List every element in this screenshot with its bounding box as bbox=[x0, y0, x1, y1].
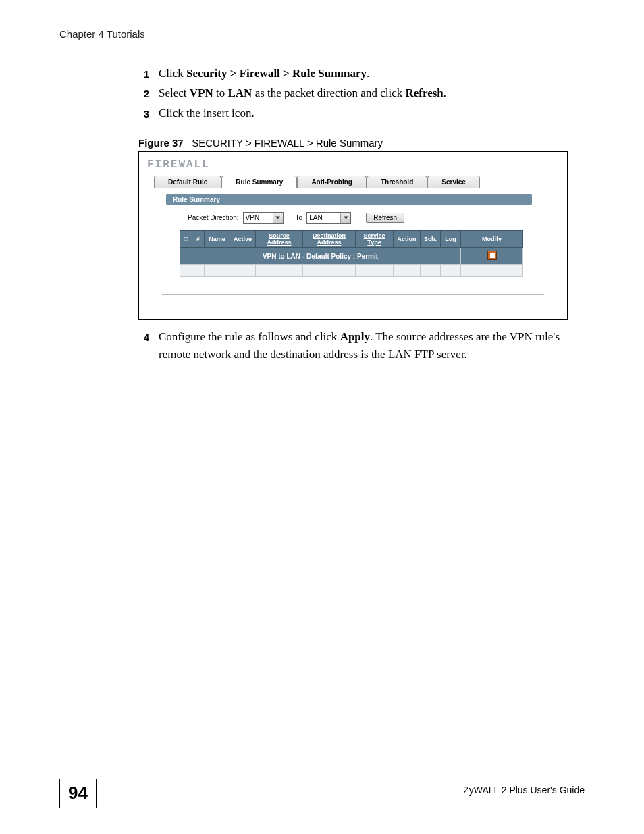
policy-insert-cell[interactable] bbox=[461, 248, 523, 265]
to-label: To bbox=[296, 214, 303, 221]
refresh-button[interactable]: Refresh bbox=[366, 213, 404, 223]
tab-anti-probing[interactable]: Anti-Probing bbox=[297, 176, 367, 188]
firewall-title: FIREWALL bbox=[147, 159, 559, 171]
firewall-screenshot: FIREWALL Default Rule Rule Summary Anti-… bbox=[138, 151, 568, 320]
to-select[interactable]: LAN bbox=[306, 212, 351, 224]
to-value: LAN bbox=[309, 214, 322, 221]
tab-bar: Default Rule Rule Summary Anti-Probing T… bbox=[154, 175, 539, 188]
col-active: Active bbox=[230, 231, 256, 248]
col-hash: # bbox=[192, 231, 205, 248]
col-name: Name bbox=[205, 231, 230, 248]
step-text: Configure the rule as follows and click … bbox=[159, 328, 585, 364]
chapter-header: Chapter 4 Tutorials bbox=[59, 28, 585, 43]
col-sch: Sch. bbox=[421, 231, 441, 248]
step-4-block: 4 Configure the rule as follows and clic… bbox=[138, 328, 585, 364]
tab-service[interactable]: Service bbox=[427, 176, 480, 188]
packet-direction-row: Packet Direction: VPN To LAN Refresh bbox=[188, 212, 552, 224]
col-action: Action bbox=[394, 231, 421, 248]
packet-direction-label: Packet Direction: bbox=[188, 214, 239, 221]
guide-title: ZyWALL 2 Plus User's Guide bbox=[463, 782, 585, 796]
page-footer: 94 ZyWALL 2 Plus User's Guide bbox=[59, 779, 585, 808]
rule-table: □ # Name Active Source Address Destinati… bbox=[180, 230, 523, 277]
step-2: 2 Select VPN to LAN as the packet direct… bbox=[138, 84, 585, 102]
from-select[interactable]: VPN bbox=[243, 212, 284, 224]
col-expand[interactable]: □ bbox=[180, 231, 192, 248]
col-service[interactable]: Service Type bbox=[356, 231, 394, 248]
chevron-down-icon bbox=[273, 213, 283, 223]
policy-text: VPN to LAN - Default Policy : Permit bbox=[180, 248, 461, 265]
step-text: Select VPN to LAN as the packet directio… bbox=[159, 84, 585, 102]
table-header-row: □ # Name Active Source Address Destinati… bbox=[180, 231, 523, 248]
insert-icon[interactable] bbox=[487, 251, 497, 260]
step-number: 2 bbox=[138, 84, 149, 102]
figure-caption: Figure 37 SECURITY > FIREWALL > Rule Sum… bbox=[138, 137, 585, 149]
tab-default-rule[interactable]: Default Rule bbox=[154, 176, 221, 188]
chevron-down-icon bbox=[340, 213, 350, 223]
tab-rule-summary[interactable]: Rule Summary bbox=[221, 176, 297, 188]
steps-list: 1 Click Security > Firewall > Rule Summa… bbox=[138, 65, 585, 122]
empty-row: - - - - - - - - - - - bbox=[180, 265, 523, 277]
step-number: 3 bbox=[138, 105, 149, 122]
divider bbox=[162, 294, 544, 295]
step-1: 1 Click Security > Firewall > Rule Summa… bbox=[138, 65, 585, 82]
step-4: 4 Configure the rule as follows and clic… bbox=[138, 328, 585, 364]
step-3: 3 Click the insert icon. bbox=[138, 105, 585, 122]
tab-threshold[interactable]: Threshold bbox=[367, 176, 427, 188]
section-rule-summary: Rule Summary bbox=[166, 194, 532, 205]
page-number: 94 bbox=[59, 779, 97, 808]
step-number: 1 bbox=[138, 65, 149, 82]
step-number: 4 bbox=[138, 328, 149, 364]
col-dest[interactable]: Destination Address bbox=[303, 231, 356, 248]
from-value: VPN bbox=[246, 214, 260, 221]
step-text: Click the insert icon. bbox=[159, 105, 585, 122]
col-log: Log bbox=[441, 231, 461, 248]
col-modify[interactable]: Modify bbox=[461, 231, 523, 248]
policy-row: VPN to LAN - Default Policy : Permit bbox=[180, 248, 523, 265]
col-source[interactable]: Source Address bbox=[256, 231, 303, 248]
step-text: Click Security > Firewall > Rule Summary… bbox=[159, 65, 585, 82]
